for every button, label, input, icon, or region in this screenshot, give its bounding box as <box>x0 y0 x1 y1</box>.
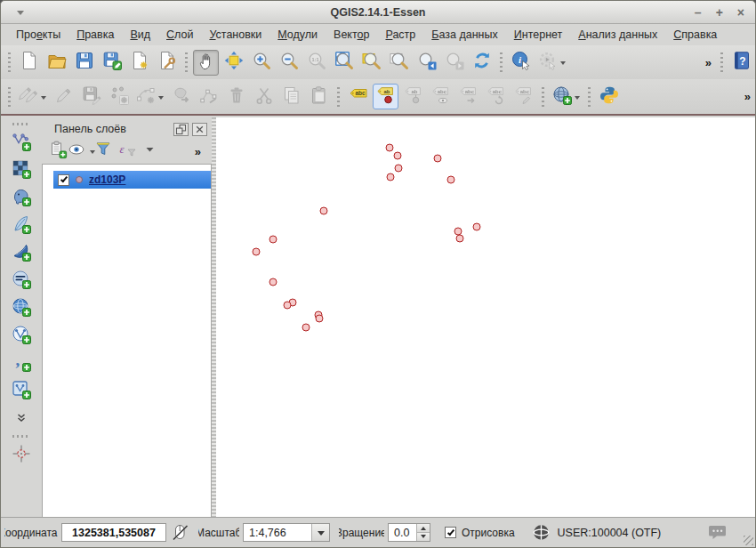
pan-map-button[interactable] <box>193 50 219 76</box>
metasearch-dropdown[interactable] <box>575 96 580 102</box>
float-panel-button[interactable] <box>173 123 189 136</box>
toggle-extents-mouse-icon[interactable] <box>170 522 191 544</box>
menu-вектор[interactable]: Вектор <box>326 26 377 44</box>
node-tool-icon <box>199 85 219 109</box>
run-feature-action-dropdown[interactable] <box>560 61 566 68</box>
toolbar-overflow-button[interactable]: » <box>701 56 716 69</box>
panel-overflow-button[interactable]: » <box>190 145 205 158</box>
crs-status-icon[interactable] <box>531 522 552 544</box>
menu-справка[interactable]: Справка <box>665 26 725 44</box>
new-project-button[interactable] <box>16 50 42 76</box>
toolbar-drag-handle[interactable] <box>337 87 340 107</box>
expand-options-button[interactable] <box>140 141 161 162</box>
new-print-composer-button[interactable] <box>126 50 152 76</box>
open-project-button[interactable] <box>44 50 69 76</box>
add-vector-layer-button[interactable] <box>8 130 35 156</box>
map-canvas[interactable] <box>216 117 756 519</box>
zoom-to-layer-button[interactable] <box>358 50 384 76</box>
filter-legend-button[interactable] <box>93 141 115 162</box>
title-bar[interactable]: QGIS2.14.1-Essen –+× <box>1 1 755 24</box>
toolbar-overflow-button[interactable]: » <box>740 90 755 103</box>
layer-tree[interactable]: zd103P <box>42 164 212 519</box>
toolbar-drag-handle[interactable] <box>12 123 30 125</box>
add-mssql-layer-button[interactable] <box>8 240 35 266</box>
current-edits-dropdown[interactable] <box>41 96 46 102</box>
highlight-pinned-labels-button[interactable]: ab <box>373 84 398 109</box>
menu-база-данных[interactable]: База данных <box>423 26 505 44</box>
new-shapefile-layer-button[interactable] <box>8 378 35 404</box>
window-menu-icon[interactable] <box>17 11 24 19</box>
layer-row[interactable]: zd103P <box>53 171 211 189</box>
identify-features-button[interactable]: i <box>508 50 534 76</box>
toolbar-overflow-chevron-button[interactable] <box>8 406 35 431</box>
zoom-in-button[interactable] <box>248 50 274 76</box>
close-button[interactable]: × <box>737 6 744 19</box>
layer-visibility-checkbox[interactable] <box>58 174 69 186</box>
add-delimited-text-layer-button[interactable]: , <box>8 351 35 376</box>
crosshair-tool-button[interactable] <box>8 442 35 468</box>
help-contents-button[interactable]: ? <box>728 50 754 76</box>
identify-icon: i <box>511 51 531 74</box>
rotation-spinbox[interactable]: 0.0 <box>388 523 430 542</box>
save-project-button[interactable] <box>71 50 97 76</box>
add-wms-layer-button[interactable] <box>8 295 35 321</box>
toolbar-drag-handle[interactable] <box>542 87 544 107</box>
message-log-icon[interactable] <box>707 522 728 544</box>
menu-правка[interactable]: Правка <box>68 26 122 44</box>
manage-layer-visibility-button[interactable] <box>70 141 92 162</box>
close-panel-button[interactable] <box>192 123 207 136</box>
menu-слой[interactable]: Слой <box>158 26 201 44</box>
toolbar-drag-handle[interactable] <box>8 52 11 72</box>
resize-grip[interactable] <box>744 536 753 545</box>
zoom-full-button[interactable] <box>331 50 357 76</box>
zoom-in-icon <box>252 51 271 74</box>
refresh-map-button[interactable] <box>469 50 495 76</box>
filter-by-expression-button[interactable]: ε <box>117 141 138 162</box>
render-checkbox[interactable] <box>445 527 456 538</box>
zoom-to-selection-button[interactable] <box>386 50 412 76</box>
minimize-button[interactable]: – <box>695 6 702 19</box>
pan-to-selection-button[interactable] <box>221 50 246 76</box>
add-postgis-layer-button[interactable] <box>8 185 35 211</box>
point-symbol-icon <box>76 176 83 183</box>
toolbar-drag-handle[interactable] <box>588 87 591 107</box>
menu-проекты[interactable]: Проекты <box>8 26 68 44</box>
layer-labeling-options-button[interactable]: abc <box>345 84 371 109</box>
add-circular-string-dropdown[interactable] <box>158 96 164 102</box>
map-point <box>434 155 442 163</box>
python-console-button[interactable] <box>596 84 622 109</box>
toolbar-drag-handle[interactable] <box>500 52 503 72</box>
menu-модули[interactable]: Модули <box>269 26 326 44</box>
zoom-out-button[interactable] <box>276 50 302 76</box>
add-raster-layer-button[interactable] <box>8 157 35 183</box>
add-oracle-layer-button[interactable] <box>8 268 35 294</box>
add-wfs-layer-button[interactable] <box>8 323 35 349</box>
menu-вид[interactable]: Вид <box>122 26 158 44</box>
python-icon <box>599 85 619 109</box>
save-project-as-button[interactable] <box>99 50 125 76</box>
zoom-last-button[interactable] <box>414 50 439 76</box>
epsilon-funnel-icon: ε <box>117 140 137 163</box>
shapefile-icon <box>12 380 31 403</box>
menu-интернет[interactable]: Интернет <box>506 26 571 44</box>
add-group-button[interactable] <box>47 141 68 162</box>
spin-up-button[interactable] <box>417 524 430 532</box>
add-spatialite-layer-button[interactable] <box>8 213 35 238</box>
toolbar-drag-handle[interactable] <box>185 52 188 72</box>
toolbar-drag-handle[interactable] <box>12 435 30 438</box>
scale-value: 1:4,766 <box>244 524 311 541</box>
maximize-button[interactable]: + <box>716 6 723 19</box>
spin-down-button[interactable] <box>417 532 430 541</box>
metasearch-button[interactable] <box>550 84 583 109</box>
menu-установки[interactable]: Установки <box>201 26 269 44</box>
wms-icon <box>12 297 31 320</box>
pin-unpin-labels-button: ab <box>400 84 426 109</box>
coordinate-input[interactable] <box>61 523 166 542</box>
toolbar-drag-handle[interactable] <box>8 87 11 107</box>
menu-анализ-данных[interactable]: Анализ данных <box>570 26 665 44</box>
scale-dropdown-button[interactable] <box>311 524 329 541</box>
toolbar-drag-handle[interactable] <box>720 52 723 72</box>
composer-manager-button[interactable] <box>154 50 180 76</box>
scale-combobox[interactable]: 1:4,766 <box>243 523 330 542</box>
menu-растр[interactable]: Растр <box>377 26 423 44</box>
